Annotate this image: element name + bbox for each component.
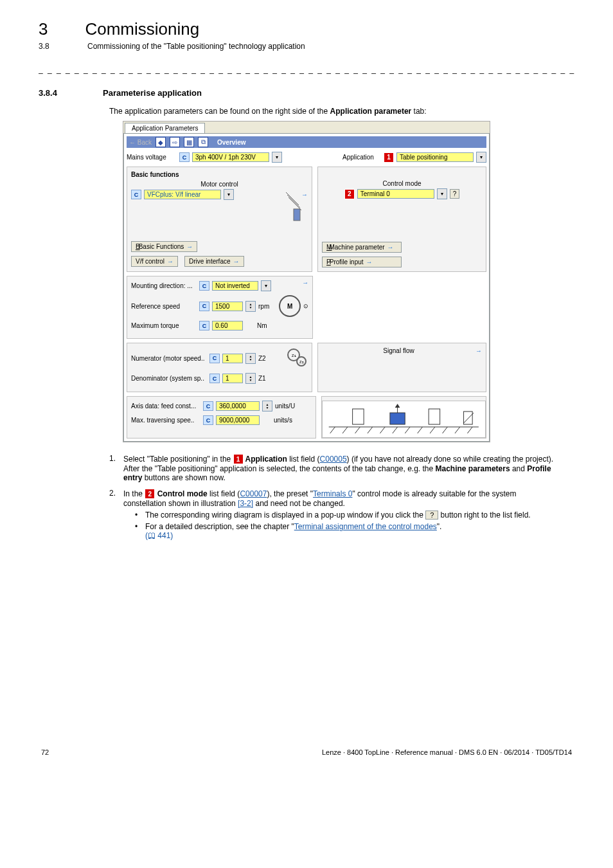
numerator-label: Numerator (motor speed.. (131, 355, 207, 362)
footer-doc-info: Lenze · 8400 TopLine · Reference manual … (322, 748, 572, 756)
mains-voltage-field[interactable]: 3ph 400V / 1ph 230V (192, 152, 269, 162)
svg-line-13 (380, 427, 386, 433)
denominator-label: Denominator (system sp.. (131, 375, 207, 382)
link-terminals0[interactable]: Terminals 0 (313, 489, 352, 498)
dropdown-icon[interactable]: ▾ (261, 280, 271, 291)
tab-application-parameters[interactable]: Application Parameters (125, 123, 205, 133)
feed-const-field[interactable]: 360,0000 (216, 401, 260, 411)
subsection-number: 3.8.4 (39, 88, 77, 98)
svg-line-2 (289, 197, 301, 210)
app-parameters-screenshot: Application Parameters ← Back ◆ ⇨ ▦ ⧉ Ov… (123, 121, 490, 442)
subsection-title: Parameterise application (103, 88, 202, 98)
spinner-icon[interactable]: ▲▼ (245, 353, 256, 364)
svg-text:z₂: z₂ (299, 359, 304, 364)
max-torque-label: Maximum torque (131, 322, 197, 329)
z2-unit: Z2 (258, 355, 266, 362)
arrow-right-icon: → (387, 244, 394, 251)
nav-icon-diamond[interactable]: ◆ (155, 137, 166, 147)
denominator-field[interactable]: 1 (222, 374, 243, 383)
profile-input-button[interactable]: PProfile input→ (322, 257, 402, 267)
nav-icon-arrow[interactable]: ⇨ (170, 137, 180, 147)
c-badge-icon: C (199, 302, 209, 311)
svg-rect-23 (429, 409, 440, 424)
c-badge-icon: C (179, 152, 190, 162)
spinner-icon[interactable]: ▲▼ (245, 301, 256, 312)
arrow-right-icon[interactable]: → (475, 347, 482, 354)
vf-control-button[interactable]: V/f control→ (131, 256, 178, 267)
inductor-icon (280, 192, 305, 224)
overview-title: Overview (217, 139, 245, 146)
arrow-right-icon: → (302, 279, 308, 286)
svg-rect-24 (464, 411, 473, 424)
units-s: units/s (274, 417, 292, 424)
help-button-inline[interactable]: ? (425, 511, 438, 520)
dropdown-icon[interactable]: ▾ (272, 152, 282, 163)
svg-line-9 (330, 427, 335, 433)
arrow-right-icon: → (233, 258, 240, 265)
numerator-field[interactable]: 1 (222, 354, 243, 363)
nav-icon-grid[interactable]: ▦ (184, 137, 194, 147)
max-torque-field[interactable]: 0.60 (212, 321, 243, 330)
reference-speed-field[interactable]: 1500 (212, 302, 243, 311)
link-c00007[interactable]: C00007 (240, 489, 267, 498)
svg-line-14 (393, 427, 398, 433)
dropdown-icon[interactable]: ▾ (437, 188, 447, 199)
page-reference[interactable]: (🕮 441) (145, 531, 173, 540)
badge-2-icon: 2 (145, 489, 155, 499)
svg-line-1 (287, 195, 300, 208)
motor-control-field[interactable]: VFCplus: V/f linear (144, 190, 221, 199)
spinner-icon[interactable]: ▲▼ (245, 373, 256, 384)
svg-rect-3 (294, 209, 300, 221)
reference-speed-label: Reference speed (131, 303, 197, 310)
step-2: In the 2 Control mode list field (C00007… (123, 489, 555, 543)
dropdown-icon[interactable]: ▾ (476, 152, 486, 163)
svg-marker-27 (395, 404, 400, 408)
badge-1-icon: 1 (384, 152, 394, 163)
feed-const-label: Axis data: feed const... (131, 402, 200, 410)
machine-parameter-button[interactable]: MMachine parameter→ (322, 242, 402, 253)
traversing-drawing (322, 401, 486, 438)
control-mode-field[interactable]: Terminal 0 (357, 189, 434, 199)
dropdown-icon[interactable]: ▾ (224, 189, 234, 200)
motor-control-label: Motor control (131, 181, 308, 188)
nm-unit: Nm (257, 322, 267, 329)
svg-line-19 (455, 427, 460, 433)
link-c00005[interactable]: C00005 (320, 455, 347, 464)
drive-interface-button[interactable]: Drive interface→ (184, 256, 244, 267)
svg-rect-21 (353, 409, 364, 424)
list-number-1: 1. (109, 454, 118, 482)
svg-line-11 (355, 427, 360, 433)
nav-icon-copy[interactable]: ⧉ (198, 137, 208, 147)
link-terminal-assignment[interactable]: Terminal assignment of the control modes (294, 522, 437, 531)
section-title: Commissioning of the "Table positioning"… (87, 42, 305, 51)
bullet-icon: • (135, 511, 140, 520)
mounting-direction-field[interactable]: Not inverted (212, 281, 258, 291)
application-field[interactable]: Table positioning (396, 152, 474, 162)
arrow-right-icon: → (366, 258, 373, 266)
svg-line-20 (468, 427, 473, 433)
list-number-2: 2. (109, 489, 118, 543)
svg-line-16 (418, 427, 423, 433)
basic-functions-button[interactable]: BBasic Functions→ (131, 241, 197, 252)
c-badge-icon: C (199, 281, 209, 291)
help-button[interactable]: ? (450, 189, 460, 199)
overview-toolbar: ← Back ◆ ⇨ ▦ ⧉ Overview (127, 136, 486, 148)
arrow-right-icon: → (186, 243, 193, 250)
separator-line: _ _ _ _ _ _ _ _ _ _ _ _ _ _ _ _ _ _ _ _ … (39, 65, 574, 74)
control-mode-label: Control mode (322, 180, 482, 187)
mounting-direction-label: Mounting direction: ... (131, 282, 197, 289)
c-badge-icon: C (203, 401, 213, 411)
svg-line-10 (342, 427, 348, 433)
spinner-icon[interactable]: ▲▼ (262, 401, 272, 411)
page-number: 72 (41, 748, 49, 756)
link-illustration-3-2[interactable]: [3-2] (238, 499, 253, 508)
svg-line-17 (431, 427, 436, 433)
svg-line-18 (443, 427, 448, 433)
max-trav-field[interactable]: 9000,0000 (216, 415, 260, 425)
rpm-unit: rpm (258, 303, 269, 310)
back-button[interactable]: ← Back (129, 139, 152, 146)
c-badge-icon: C (203, 415, 213, 425)
c-badge-icon: C (209, 374, 220, 383)
units-u: units/U (275, 402, 295, 410)
badge-1-icon: 1 (233, 454, 244, 464)
